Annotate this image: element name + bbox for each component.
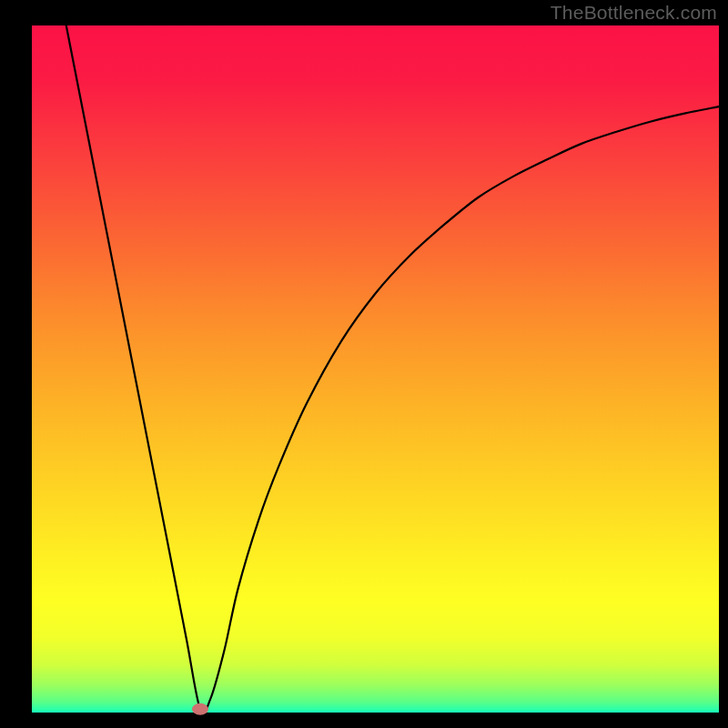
- bottleneck-chart: [0, 0, 728, 728]
- chart-frame: TheBottleneck.com: [0, 0, 728, 728]
- plot-background: [32, 25, 719, 713]
- watermark-text: TheBottleneck.com: [551, 2, 717, 24]
- minimum-marker: [192, 703, 208, 715]
